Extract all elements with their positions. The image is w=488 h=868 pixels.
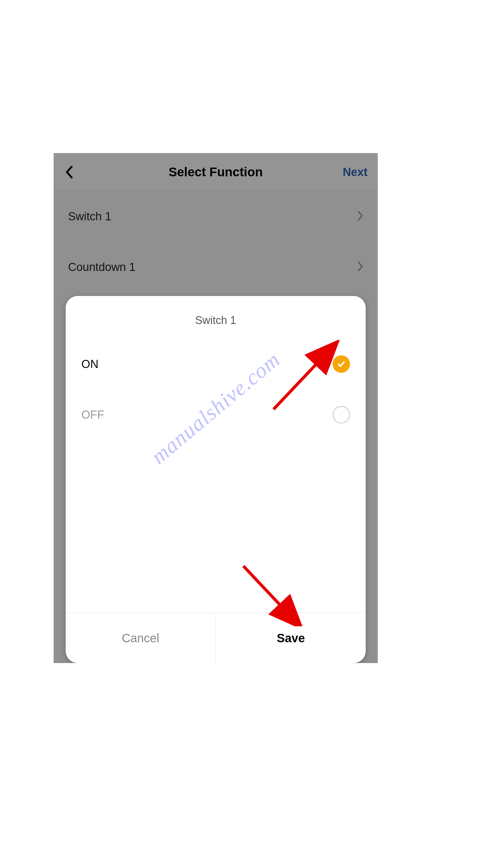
chevron-right-icon <box>357 210 363 222</box>
option-on[interactable]: ON <box>82 339 350 390</box>
modal-options: ON OFF <box>66 339 366 613</box>
list-item-switch-1[interactable]: Switch 1 <box>54 191 378 242</box>
option-label: OFF <box>82 408 104 421</box>
cancel-button[interactable]: Cancel <box>66 613 216 663</box>
page-title: Select Function <box>169 165 263 179</box>
modal-title: Switch 1 <box>66 296 366 339</box>
chevron-right-icon <box>357 261 363 273</box>
radio-unselected[interactable] <box>332 406 350 424</box>
option-label: ON <box>82 358 98 371</box>
phone-screenshot: Select Function Next Switch 1 Countdown … <box>54 153 378 663</box>
list-item-label: Countdown 1 <box>68 261 135 274</box>
next-button[interactable]: Next <box>343 165 367 179</box>
list-item-label: Switch 1 <box>68 210 111 223</box>
option-off[interactable]: OFF <box>82 390 350 440</box>
save-button[interactable]: Save <box>216 613 366 663</box>
radio-selected[interactable] <box>332 355 350 373</box>
list-item-countdown-1[interactable]: Countdown 1 <box>54 242 378 292</box>
back-button[interactable] <box>63 165 76 179</box>
app-header: Select Function Next <box>54 153 378 191</box>
checkmark-icon <box>337 360 346 369</box>
function-list: Switch 1 Countdown 1 <box>54 191 378 292</box>
switch-modal: Switch 1 ON OFF Cancel Save <box>66 296 366 663</box>
modal-buttons: Cancel Save <box>66 613 366 663</box>
back-chevron-icon <box>65 165 73 179</box>
